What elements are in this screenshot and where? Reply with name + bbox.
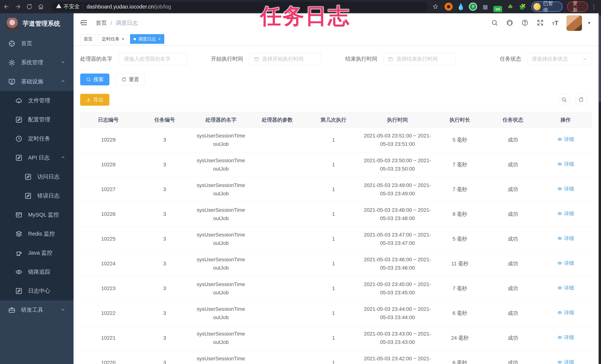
toggle-search-button[interactable] bbox=[558, 93, 570, 106]
avatar-caret-icon[interactable]: ▼ bbox=[587, 21, 591, 26]
cell-actions: 详细 bbox=[539, 252, 592, 276]
cell-param bbox=[249, 301, 305, 326]
begin-time-picker[interactable]: 选择开始执行时间 bbox=[250, 53, 321, 65]
detail-link[interactable]: 详细 bbox=[557, 160, 574, 168]
help-icon[interactable] bbox=[521, 19, 528, 27]
sidebar-item-定时任务[interactable]: 定时任务 bbox=[0, 129, 73, 148]
browser-scrollbar[interactable] bbox=[599, 13, 601, 364]
fullscreen-icon[interactable] bbox=[537, 19, 544, 27]
cell-actions: 详细 bbox=[539, 227, 592, 252]
github-icon[interactable] bbox=[506, 19, 513, 27]
cell-duration: 5 毫秒 bbox=[433, 227, 486, 252]
sidebar-item-基础设施[interactable]: 基础设施 bbox=[0, 72, 73, 91]
search-button[interactable]: 搜索 bbox=[80, 73, 109, 85]
reset-button[interactable]: 重置 bbox=[116, 73, 145, 85]
forward-icon[interactable] bbox=[13, 1, 23, 12]
extensions-puzzle-icon[interactable]: 🧩 bbox=[518, 3, 527, 11]
extension-leaf-icon[interactable]: ☘ bbox=[506, 3, 514, 11]
tag-首页[interactable]: 首页 bbox=[80, 34, 96, 44]
table-row: 10228 3 sysUserSessionTimeoutJob 1 2021-… bbox=[80, 152, 592, 177]
cell-duration: 24 毫秒 bbox=[433, 326, 486, 351]
extension-drop-icon[interactable]: 💧 bbox=[457, 3, 465, 11]
export-button[interactable]: 导出 bbox=[80, 94, 109, 106]
handler-name-input[interactable] bbox=[119, 53, 187, 65]
reload-icon[interactable] bbox=[24, 1, 34, 12]
detail-link[interactable]: 详细 bbox=[557, 210, 574, 218]
sidebar-item-错误日志[interactable]: 错误日志 bbox=[0, 186, 73, 205]
font-size-icon[interactable]: TT bbox=[552, 20, 558, 27]
detail-link[interactable]: 详细 bbox=[557, 358, 574, 364]
cell-param bbox=[249, 128, 305, 152]
bookmark-star-icon[interactable] bbox=[431, 1, 441, 12]
sidebar-item-首页[interactable]: 首页 bbox=[0, 34, 73, 53]
cell-param bbox=[249, 326, 305, 351]
end-time-placeholder: 选择结束执行时间 bbox=[396, 55, 438, 62]
edit-icon bbox=[24, 173, 32, 181]
cell-time: 2021-05-03 23:47:00 ~ 2021-05-03 23:47:0… bbox=[361, 227, 433, 252]
back-icon[interactable] bbox=[1, 1, 11, 12]
end-time-picker[interactable]: 选择结束执行时间 bbox=[383, 53, 455, 65]
filter-begin-label: 开始执行时间 bbox=[211, 55, 243, 63]
user-avatar[interactable] bbox=[566, 15, 582, 31]
address-bar[interactable]: 不安全 dashboard.yudao.iocoder.cn /job/log bbox=[51, 2, 428, 12]
browser-update-button[interactable]: 更新 bbox=[567, 1, 588, 12]
tag-调度日志[interactable]: 调度日志× bbox=[130, 34, 164, 44]
sidebar-menu: 首页 系统管理 基础设施 文件管理 配置管理 定时任务 API 日志 访问日志 bbox=[0, 34, 73, 319]
sidebar-item-API 日志[interactable]: API 日志 bbox=[0, 148, 73, 167]
sidebar-item-日志中心[interactable]: 日志中心 bbox=[0, 281, 73, 300]
extension-grid-icon[interactable]: ▦ bbox=[481, 3, 489, 11]
home-icon[interactable] bbox=[36, 1, 46, 12]
status-select[interactable]: 请选择任务状态 bbox=[528, 53, 592, 65]
detail-link[interactable]: 详细 bbox=[557, 334, 574, 342]
status-placeholder: 请选择任务状态 bbox=[532, 55, 568, 62]
extension-green-y-icon[interactable]: Y bbox=[469, 3, 477, 11]
gear-icon bbox=[8, 59, 16, 66]
sidebar-item-配置管理[interactable]: 配置管理 bbox=[0, 110, 73, 129]
detail-link[interactable]: 详细 bbox=[557, 309, 574, 317]
filter-status-label: 任务状态 bbox=[500, 55, 521, 63]
extension-on-badge[interactable]: on bbox=[493, 6, 502, 12]
tag-定时任务[interactable]: 定时任务× bbox=[98, 34, 128, 44]
cell-log-id: 10228 bbox=[80, 152, 137, 177]
calendar-icon bbox=[254, 56, 259, 62]
cell-status: 成功 bbox=[486, 252, 539, 276]
sidebar-item-Java 监控[interactable]: Java 监控 bbox=[0, 243, 73, 262]
cell-status: 成功 bbox=[486, 351, 539, 364]
not-secure-icon[interactable] bbox=[56, 3, 61, 10]
detail-link[interactable]: 详细 bbox=[557, 234, 574, 243]
refresh-table-button[interactable] bbox=[575, 93, 587, 106]
sidebar-logo-row[interactable]: 芋道管理系统 bbox=[0, 13, 73, 34]
eye-icon bbox=[557, 310, 562, 315]
navbar-right-tools: TT ▼ bbox=[491, 15, 591, 31]
sidebar-item-Redis 监控[interactable]: Redis 监控 bbox=[0, 224, 73, 243]
cell-status: 成功 bbox=[486, 301, 539, 326]
extension-orange-icon[interactable] bbox=[444, 3, 453, 11]
sidebar-item-MySQL 监控[interactable]: MySQL 监控 bbox=[0, 205, 73, 224]
sidebar-item-访问日志[interactable]: 访问日志 bbox=[0, 167, 73, 186]
eye-icon bbox=[557, 137, 562, 142]
sidebar-item-系统管理[interactable]: 系统管理 bbox=[0, 53, 73, 72]
browser-menu-icon[interactable]: ⋮ bbox=[591, 3, 597, 10]
detail-link[interactable]: 详细 bbox=[557, 259, 574, 267]
hamburger-icon[interactable] bbox=[80, 19, 88, 27]
header-search-icon[interactable] bbox=[491, 19, 498, 27]
sidebar-item-文件管理[interactable]: 文件管理 bbox=[0, 91, 73, 110]
cell-handler: sysUserSessionTimeoutJob bbox=[193, 326, 249, 351]
search-icon bbox=[561, 97, 567, 102]
sidebar-item-研发工具[interactable]: 研发工具 bbox=[0, 300, 73, 319]
detail-link[interactable]: 详细 bbox=[557, 284, 574, 292]
scrollbar-thumb[interactable] bbox=[599, 15, 601, 102]
active-dot bbox=[134, 38, 136, 40]
cell-log-id: 10220 bbox=[80, 351, 137, 364]
detail-link[interactable]: 详细 bbox=[557, 185, 574, 193]
edit-icon bbox=[15, 287, 22, 295]
tag-close-icon[interactable]: × bbox=[122, 36, 124, 41]
update-label: 更新 bbox=[573, 0, 582, 13]
browser-profile-chip[interactable]: 已暂停 bbox=[531, 1, 562, 12]
sidebar-item-链路追踪[interactable]: 链路追踪 bbox=[0, 262, 73, 281]
tag-close-icon[interactable]: × bbox=[158, 36, 161, 41]
breadcrumb-home[interactable]: 首页 bbox=[96, 19, 107, 27]
detail-link[interactable]: 详细 bbox=[557, 135, 574, 143]
profile-paused-label: 已暂停 bbox=[543, 0, 558, 13]
briefcase-icon bbox=[8, 306, 16, 314]
